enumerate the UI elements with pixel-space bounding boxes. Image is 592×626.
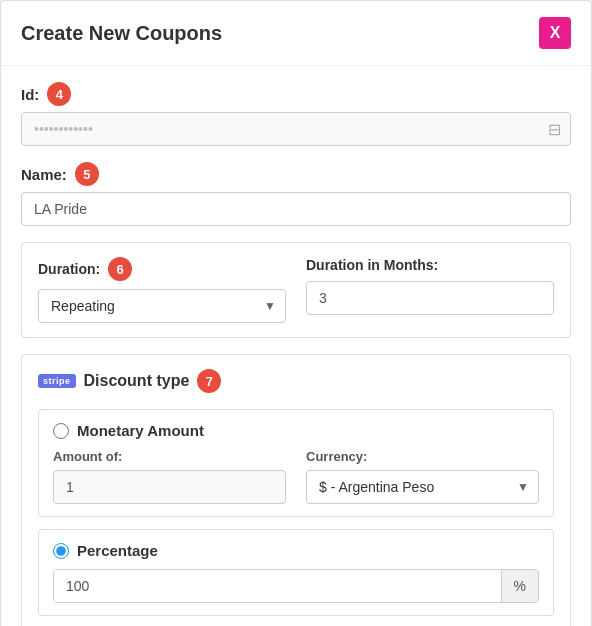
amount-currency-row: Amount of: Currency: $ - Argentina Peso …	[53, 449, 539, 504]
monetary-label: Monetary Amount	[77, 422, 204, 439]
duration-select[interactable]: Once Repeating Forever	[38, 289, 286, 323]
percentage-input-wrapper: %	[53, 569, 539, 603]
modal-body: Id: 4 ⊟ Name: 5 Duration: 6	[1, 66, 591, 626]
duration-months-label-row: Duration in Months:	[306, 257, 554, 273]
stripe-badge: stripe	[38, 374, 76, 388]
currency-col: Currency: $ - Argentina Peso $ - US Doll…	[306, 449, 539, 504]
monetary-amount-option: Monetary Amount Amount of: Currency: $ -…	[38, 409, 554, 517]
currency-select-wrapper: $ - Argentina Peso $ - US Dollar € - Eur…	[306, 470, 539, 504]
discount-header: stripe Discount type 7	[38, 369, 554, 393]
modal-title: Create New Coupons	[21, 22, 222, 45]
percentage-radio[interactable]	[53, 543, 69, 559]
duration-label: Duration:	[38, 261, 100, 277]
duration-row: Duration: 6 Once Repeating Forever ▼	[38, 257, 554, 323]
percentage-radio-row: Percentage	[53, 542, 539, 559]
create-coupons-modal: Create New Coupons X Id: 4 ⊟ Name: 5	[0, 0, 592, 626]
currency-select[interactable]: $ - Argentina Peso $ - US Dollar € - Eur…	[306, 470, 539, 504]
duration-col: Duration: 6 Once Repeating Forever ▼	[38, 257, 286, 323]
discount-title: Discount type	[84, 372, 190, 390]
id-label: Id:	[21, 86, 39, 103]
name-step-badge: 5	[75, 162, 99, 186]
percentage-option: Percentage %	[38, 529, 554, 616]
name-label: Name:	[21, 166, 67, 183]
percentage-symbol: %	[501, 570, 538, 602]
modal-header: Create New Coupons X	[1, 1, 591, 66]
name-label-row: Name: 5	[21, 162, 571, 186]
amount-label: Amount of:	[53, 449, 286, 464]
monetary-radio-row: Monetary Amount	[53, 422, 539, 439]
duration-section: Duration: 6 Once Repeating Forever ▼	[21, 242, 571, 338]
close-button[interactable]: X	[539, 17, 571, 49]
currency-label: Currency:	[306, 449, 539, 464]
id-step-badge: 4	[47, 82, 71, 106]
duration-select-wrapper: Once Repeating Forever ▼	[38, 289, 286, 323]
id-input[interactable]	[21, 112, 571, 146]
monetary-radio[interactable]	[53, 423, 69, 439]
percentage-input[interactable]	[54, 570, 501, 602]
id-label-row: Id: 4	[21, 82, 571, 106]
id-field-group: Id: 4 ⊟	[21, 82, 571, 146]
duration-step-badge: 6	[108, 257, 132, 281]
percentage-label: Percentage	[77, 542, 158, 559]
discount-step-badge: 7	[197, 369, 221, 393]
name-input[interactable]	[21, 192, 571, 226]
duration-months-col: Duration in Months:	[306, 257, 554, 315]
duration-label-row: Duration: 6	[38, 257, 286, 281]
amount-col: Amount of:	[53, 449, 286, 504]
amount-input[interactable]	[53, 470, 286, 504]
id-copy-icon: ⊟	[548, 120, 561, 139]
name-field-group: Name: 5	[21, 162, 571, 226]
duration-months-input[interactable]	[306, 281, 554, 315]
id-input-wrapper: ⊟	[21, 112, 571, 146]
discount-section: stripe Discount type 7 Monetary Amount A…	[21, 354, 571, 626]
duration-months-label: Duration in Months:	[306, 257, 438, 273]
